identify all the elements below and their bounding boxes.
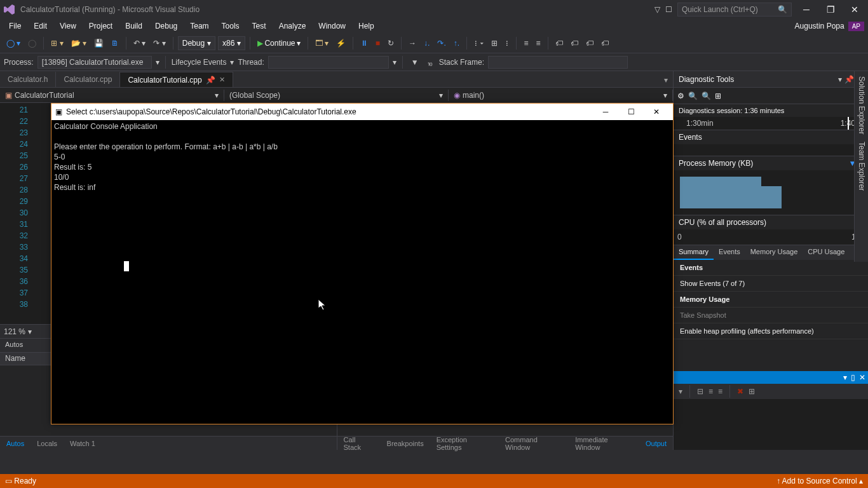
clear-icon[interactable]: ✖ <box>737 387 743 396</box>
memory-chart[interactable]: 955 0 <box>674 170 868 215</box>
thread-flag-button[interactable]: ⏨ <box>425 57 435 68</box>
add-to-source-control[interactable]: ↑ Add to Source Control ▴ <box>776 477 863 485</box>
save-all-button[interactable]: 🗎 <box>109 37 121 49</box>
step-out-button[interactable]: ↑. <box>451 37 462 49</box>
tool-c-button[interactable]: ⫶ <box>503 37 512 49</box>
take-snapshot-link[interactable]: Take Snapshot <box>674 308 868 323</box>
tab-immediate-window[interactable]: Immediate Window <box>569 434 639 453</box>
menu-file[interactable]: File <box>4 20 26 32</box>
feedback-icon[interactable]: ☐ <box>665 5 672 14</box>
zoom-in-icon[interactable]: 🔍 <box>688 92 698 100</box>
config-dropdown[interactable]: Debug▾ <box>178 36 215 50</box>
pause-button[interactable]: ⏸ <box>358 37 370 49</box>
console-minimize-button[interactable]: ─ <box>593 107 618 116</box>
platform-dropdown[interactable]: x86▾ <box>218 36 245 50</box>
tab-locals[interactable]: Locals <box>31 438 64 449</box>
console-close-button[interactable]: ✕ <box>644 107 669 116</box>
undo-button[interactable]: ↶ ▾ <box>131 37 148 49</box>
tab-calculatortutorial-cpp[interactable]: CalculatorTutorial.cpp 📌✕ <box>120 72 233 87</box>
tool-icon[interactable]: ≡ <box>709 387 713 396</box>
browser-link-button[interactable]: 🗔 ▾ <box>313 37 331 49</box>
pin-icon[interactable]: 📌 <box>206 76 215 85</box>
menu-build[interactable]: Build <box>120 20 147 32</box>
tab-output[interactable]: Output <box>639 438 673 449</box>
bookmark-prev-button[interactable]: 🏷 <box>568 37 581 49</box>
wrap-icon[interactable]: ⊞ <box>749 387 755 396</box>
diagnostic-timeline[interactable]: 1:30min 1:40 <box>674 117 868 130</box>
tab-watch1[interactable]: Watch 1 <box>64 438 102 449</box>
show-next-statement-button[interactable]: → <box>406 37 419 49</box>
tab-calculator-cpp[interactable]: Calculator.cpp <box>56 72 120 87</box>
nav-forward-button[interactable]: ◯ <box>25 37 39 49</box>
nav-function-dropdown[interactable]: ◉main()▾ <box>449 90 673 101</box>
nav-back-button[interactable]: ◯ ▾ <box>4 37 23 49</box>
menu-help[interactable]: Help <box>353 20 379 32</box>
bookmark-next-button[interactable]: 🏷 <box>583 37 596 49</box>
dtab-events[interactable]: Events <box>714 245 745 260</box>
close-button[interactable]: ✕ <box>845 4 864 15</box>
tab-command-window[interactable]: Command Window <box>499 434 569 453</box>
tab-breakpoints[interactable]: Breakpoints <box>381 438 430 449</box>
zoom-out-icon[interactable]: 🔍 <box>702 92 711 100</box>
open-file-button[interactable]: 📂 ▾ <box>69 37 89 49</box>
stop-button[interactable]: ■ <box>373 37 383 49</box>
notification-icon[interactable]: ▽ <box>654 5 660 14</box>
bookmark-clear-button[interactable]: 🏷 <box>599 37 611 49</box>
pin-icon[interactable]: ▯ <box>851 373 855 382</box>
new-project-button[interactable]: ⊞ ▾ <box>48 37 65 49</box>
tab-strip-dropdown[interactable]: ▾ <box>659 73 673 87</box>
dtab-memory[interactable]: Memory Usage <box>745 245 803 260</box>
bookmark-button[interactable]: 🏷 <box>553 37 566 49</box>
menu-debug[interactable]: Debug <box>150 20 182 32</box>
enable-heap-profiling-link[interactable]: Enable heap profiling (affects performan… <box>674 323 868 339</box>
zoom-level[interactable]: 121 % <box>4 327 25 336</box>
maximize-button[interactable]: ❐ <box>821 4 840 15</box>
zoom-dropdown-icon[interactable]: ▾ <box>28 327 32 336</box>
minimize-button[interactable]: ─ <box>797 4 816 15</box>
tab-exception-settings[interactable]: Exception Settings <box>430 434 499 453</box>
console-titlebar[interactable]: ▣ Select c:\users\aupopa\Source\Repos\Ca… <box>51 104 673 120</box>
tab-autos[interactable]: Autos <box>0 438 31 449</box>
redo-button[interactable]: ↷ ▾ <box>151 37 168 49</box>
console-body[interactable]: Calculator Console Application Please en… <box>51 120 673 424</box>
close-tab-icon[interactable]: ✕ <box>219 76 225 84</box>
quick-launch-input[interactable]: Quick Launch (Ctrl+Q) 🔍 <box>677 3 792 17</box>
window-position-icon[interactable]: ▾ <box>838 75 842 84</box>
user-name[interactable]: Augustin Popa <box>795 22 844 30</box>
user-badge[interactable]: AP <box>848 22 864 31</box>
show-events-link[interactable]: Show Events (7 of 7) <box>674 276 868 292</box>
continue-button[interactable]: ▶ Continue ▾ <box>255 37 302 49</box>
nav-scope-dropdown[interactable]: (Global Scope)▾ <box>224 90 449 101</box>
output-panel-header[interactable]: ▾▯✕ <box>674 371 868 384</box>
console-maximize-button[interactable]: ☐ <box>618 107 644 116</box>
tool-icon[interactable]: ⊟ <box>697 387 703 396</box>
settings-icon[interactable]: ⚙ <box>677 92 684 100</box>
stack-frame-dropdown[interactable] <box>488 56 628 69</box>
menu-edit[interactable]: Edit <box>29 20 52 32</box>
tool-icon[interactable]: ≡ <box>718 387 722 396</box>
indent-less-button[interactable]: ≡ <box>521 37 531 49</box>
apply-changes-button[interactable]: ⚡ <box>334 37 348 49</box>
solution-explorer-tab[interactable]: Solution Explorer <box>857 76 866 134</box>
autos-col-name[interactable]: Name <box>5 354 25 363</box>
menu-tools[interactable]: Tools <box>217 20 245 32</box>
pin-icon[interactable]: 📌 <box>844 75 854 84</box>
menu-project[interactable]: Project <box>84 20 118 32</box>
restart-button[interactable]: ↻ <box>385 37 397 49</box>
close-panel-icon[interactable]: ✕ <box>859 373 865 382</box>
lifecycle-label[interactable]: Lifecycle Events <box>172 58 227 67</box>
tab-calculator-h[interactable]: Calculator.h <box>0 72 56 87</box>
step-into-button[interactable]: ↓. <box>421 37 432 49</box>
cpu-chart[interactable]: 0 100 <box>674 229 868 245</box>
reset-view-icon[interactable]: ⊞ <box>715 92 721 100</box>
thread-filter-button[interactable]: ▼ <box>409 57 421 68</box>
indent-more-button[interactable]: ≡ <box>533 37 543 49</box>
nav-project-dropdown[interactable]: ▣CalculatorTutorial▾ <box>0 90 224 101</box>
tool-a-button[interactable]: ⫶ ▾ <box>471 37 486 49</box>
save-button[interactable]: 💾 <box>92 37 106 49</box>
output-text-area[interactable] <box>674 399 868 450</box>
team-explorer-tab[interactable]: Team Explorer <box>857 142 866 191</box>
hex-button[interactable]: ⊞ <box>489 37 500 49</box>
menu-team[interactable]: Team <box>185 20 214 32</box>
window-position-icon[interactable]: ▾ <box>843 373 847 382</box>
